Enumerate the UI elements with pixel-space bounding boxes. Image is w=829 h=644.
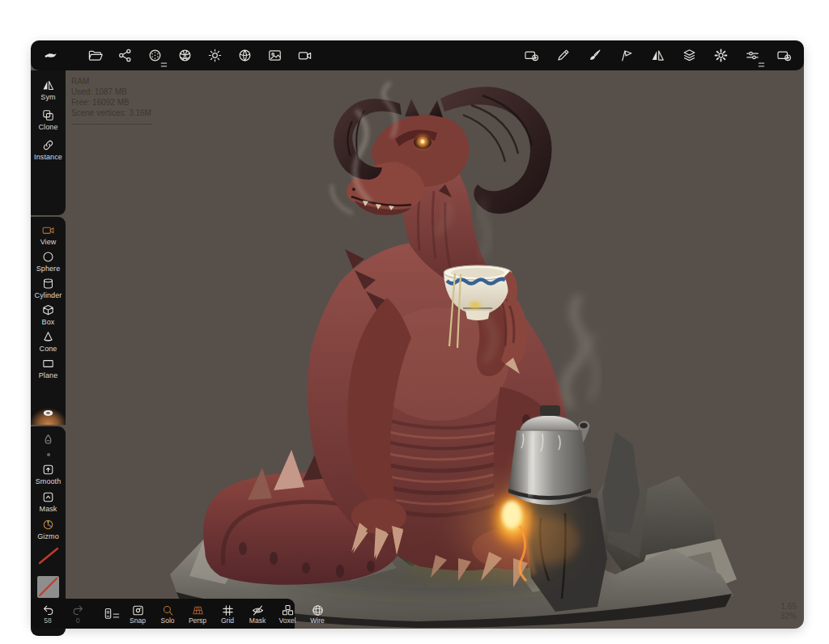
symmetry-icon xyxy=(41,78,55,92)
voxel-button[interactable]: Voxel xyxy=(277,604,298,625)
scale-value: 1.65 xyxy=(780,602,797,612)
sidebar-item-cylinder[interactable]: Cylinder xyxy=(31,277,66,299)
pencil-icon[interactable] xyxy=(553,46,572,66)
redo-button[interactable]: 0 xyxy=(67,604,88,625)
bottom-item-label: Grid xyxy=(221,616,234,625)
bottom-item-label: Wire xyxy=(310,616,324,625)
bottom-item-label: Solo xyxy=(160,616,174,625)
grid-icon xyxy=(221,604,235,617)
redo-icon xyxy=(71,604,85,617)
grid-button[interactable]: Grid xyxy=(217,604,238,625)
bottom-item-label: Persp xyxy=(189,616,206,625)
sidebar-item-cone[interactable]: Cone xyxy=(31,330,66,353)
camera-icon[interactable] xyxy=(295,46,314,66)
background-image-icon[interactable] xyxy=(265,46,284,66)
undo-button[interactable]: 58 xyxy=(37,604,58,625)
ram-divider: ------------------------------ xyxy=(71,118,152,129)
add-interface-card-icon[interactable] xyxy=(521,46,541,66)
paintbrush-icon[interactable] xyxy=(585,46,604,66)
sidebar-item-label: Clone xyxy=(38,123,57,131)
solo-button[interactable]: Solo xyxy=(157,604,178,625)
color-swatch[interactable] xyxy=(37,576,59,598)
trim-flag-icon[interactable] xyxy=(616,46,636,66)
cone-icon xyxy=(41,330,55,344)
sidebar-dot-separator xyxy=(47,453,50,456)
clone-icon xyxy=(41,108,55,122)
nomad-logo-icon[interactable] xyxy=(40,46,60,66)
sidebar-item-label: Gizmo xyxy=(37,532,59,540)
sidebar-item-drop-brush[interactable] xyxy=(31,433,66,447)
mask-visibility-button[interactable]: Mask xyxy=(247,604,268,625)
viewport-render[interactable] xyxy=(31,40,804,629)
lighting-sun-icon[interactable] xyxy=(205,46,224,66)
perspective-icon xyxy=(191,604,205,617)
snap-icon xyxy=(131,604,145,617)
layers-icon[interactable] xyxy=(679,46,699,66)
add-interface-card-icon-2[interactable] xyxy=(774,46,793,66)
cylinder-icon xyxy=(41,277,55,290)
smooth-icon xyxy=(41,463,55,477)
ram-free: Free: 16092 MB xyxy=(71,97,152,108)
undo-icon xyxy=(41,604,55,617)
voxel-icon xyxy=(281,604,295,617)
mirror-symmetry-icon[interactable] xyxy=(648,46,667,66)
environment-sphere-icon[interactable] xyxy=(175,46,194,66)
sidebar-item-label: Box xyxy=(42,318,55,326)
sidebar-item-box[interactable]: Box xyxy=(31,303,66,326)
open-folder-icon[interactable] xyxy=(85,46,104,66)
sidebar-item-label: Sym xyxy=(40,93,55,101)
sidebar-item-torus-highlighted[interactable] xyxy=(31,400,66,425)
bottom-item-label: Snap xyxy=(130,616,146,625)
sidebar-item-plane[interactable]: Plane xyxy=(31,357,66,379)
top-toolbar-left xyxy=(40,46,314,66)
device-menu-button[interactable] xyxy=(97,607,118,621)
bottom-item-label: Voxel xyxy=(279,616,296,625)
sidebar-item-label: Plane xyxy=(39,371,58,379)
matcap-sphere-icon[interactable] xyxy=(145,46,164,66)
viewport-stats: 1.65 32% xyxy=(780,602,797,621)
sidebar-item-clone[interactable]: Clone xyxy=(31,108,66,131)
sliders-icon[interactable] xyxy=(742,46,762,66)
ram-title: RAM xyxy=(71,76,152,87)
persp-button[interactable]: Persp xyxy=(187,604,208,625)
ram-stats: RAM Used: 1087 MB Free: 16092 MB Scene v… xyxy=(71,76,152,129)
redo-count: 0 xyxy=(76,616,80,625)
sidebar-item-gizmo[interactable]: Gizmo xyxy=(31,518,66,540)
box-icon xyxy=(41,303,55,317)
wireframe-icon xyxy=(311,604,325,617)
bottom-toolbar: 58 0 Snap Solo Persp Grid Mask xyxy=(31,599,295,629)
undo-count: 58 xyxy=(44,616,51,625)
solo-magnifier-icon xyxy=(161,604,175,617)
plane-icon xyxy=(41,357,55,371)
ram-used: Used: 1087 MB xyxy=(71,87,152,97)
sidebar-item-label: Instance xyxy=(34,153,62,161)
sculpt-canvas[interactable]: Sym Clone Instance View Sphere Cylinder … xyxy=(31,40,804,629)
settings-gear-icon[interactable] xyxy=(711,46,730,66)
top-toolbar xyxy=(31,40,804,70)
sidebar-item-label: Smooth xyxy=(36,477,62,485)
top-toolbar-right xyxy=(521,46,793,66)
wire-button[interactable]: Wire xyxy=(307,604,328,625)
sidebar-item-label: Cone xyxy=(40,345,57,353)
sidebar-group-primitives: View Sphere Cylinder Box Cone Plane xyxy=(31,217,66,425)
instance-link-icon xyxy=(41,138,55,152)
scene-vertices: Scene vertices: 3.16M xyxy=(71,108,152,118)
sidebar-item-label: Cylinder xyxy=(35,291,62,299)
gizmo-icon xyxy=(41,518,55,532)
stroke-falloff-swatch[interactable] xyxy=(36,545,61,566)
sidebar-item-view[interactable]: View xyxy=(31,223,66,246)
sidebar-item-label: Mask xyxy=(40,505,57,513)
snap-button[interactable]: Snap xyxy=(127,604,148,625)
sphere-icon xyxy=(41,250,55,264)
sidebar-item-sphere[interactable]: Sphere xyxy=(31,250,66,273)
sidebar-group-transform: Sym Clone Instance xyxy=(31,70,66,215)
share-nodes-icon[interactable] xyxy=(115,46,134,66)
sidebar-item-instance[interactable]: Instance xyxy=(31,138,66,161)
bottom-item-label: Mask xyxy=(249,616,266,625)
view-camera-icon xyxy=(41,223,55,237)
sidebar-item-sym[interactable]: Sym xyxy=(31,78,66,101)
sidebar-item-mask[interactable]: Mask xyxy=(31,490,66,513)
sidebar-item-label: Sphere xyxy=(36,265,61,273)
material-sphere-icon[interactable] xyxy=(235,46,254,66)
sidebar-item-smooth[interactable]: Smooth xyxy=(31,463,66,485)
